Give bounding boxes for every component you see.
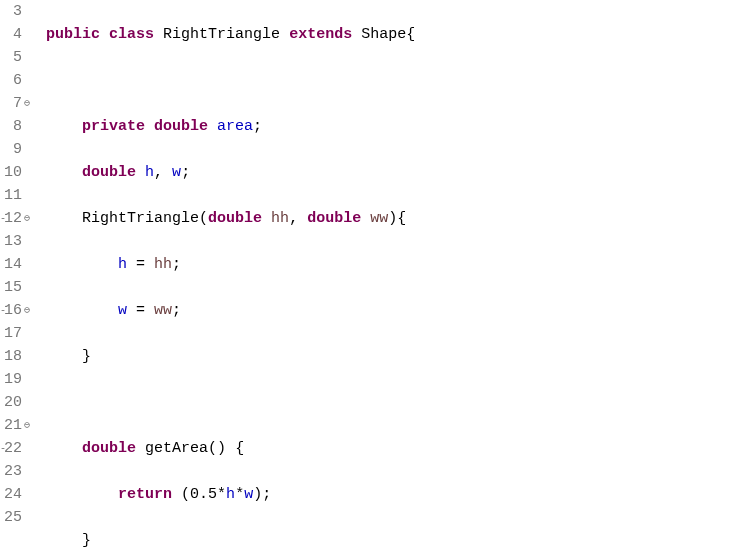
fold-toggle-icon[interactable]: ⊖ — [24, 92, 32, 115]
field-area: area — [217, 118, 253, 135]
keyword-private: private — [82, 118, 145, 135]
line-number[interactable]: 20 — [4, 391, 22, 414]
override-marker-icon: - — [0, 299, 6, 322]
line-number[interactable]: 22 — [4, 437, 22, 460]
keyword-return: return — [118, 486, 172, 503]
line-number[interactable]: 5 — [4, 46, 22, 69]
gutter-row: 24 — [4, 483, 32, 506]
line-number[interactable]: 18 — [4, 345, 22, 368]
comma: , — [289, 210, 298, 227]
line-number[interactable]: 11 — [4, 184, 22, 207]
super-class: Shape — [361, 26, 406, 43]
line-number[interactable]: 15 — [4, 276, 22, 299]
gutter-row: 7⊖ — [4, 92, 32, 115]
gutter-row: 20 — [4, 391, 32, 414]
field-h: h — [118, 256, 127, 273]
keyword-class: class — [109, 26, 154, 43]
semi: ; — [172, 302, 181, 319]
line-number[interactable]: 17 — [4, 322, 22, 345]
literal-half: 0.5 — [190, 486, 217, 503]
gutter-row: 15 — [4, 276, 32, 299]
line-number[interactable]: 24 — [4, 483, 22, 506]
star: * — [235, 486, 244, 503]
code-line: return (0.5*h*w); — [46, 483, 595, 506]
semi: ; — [181, 164, 190, 181]
fold-toggle-icon[interactable]: ⊖ — [24, 299, 32, 322]
class-name: RightTriangle — [163, 26, 280, 43]
code-line: RightTriangle(double hh, double ww){ — [46, 207, 595, 230]
gutter-row: 21⊖ — [4, 414, 32, 437]
brace: } — [82, 348, 91, 365]
constructor-name: RightTriangle — [82, 210, 199, 227]
keyword-double: double — [82, 164, 136, 181]
eq: = — [136, 302, 145, 319]
line-number[interactable]: 10 — [4, 161, 22, 184]
rparen: ) — [217, 440, 226, 457]
param-hh: hh — [271, 210, 289, 227]
param-ww: ww — [370, 210, 388, 227]
field-w: w — [118, 302, 127, 319]
param-ww: ww — [154, 302, 172, 319]
field-h: h — [145, 164, 154, 181]
code-line: private double area; — [46, 115, 595, 138]
comma: , — [154, 164, 163, 181]
line-number[interactable]: 21 — [4, 414, 22, 437]
fold-toggle-icon[interactable]: ⊖ — [24, 414, 32, 437]
line-number[interactable]: 23 — [4, 460, 22, 483]
keyword-public: public — [46, 26, 100, 43]
lparen: ( — [181, 486, 190, 503]
method-name: getArea — [145, 440, 208, 457]
line-number[interactable]: 14 — [4, 253, 22, 276]
keyword-double: double — [82, 440, 136, 457]
gutter-row: 25 — [4, 506, 32, 529]
line-number-gutter: 34567⊖891011-12⊖131415-16⊖1718192021⊖-22… — [0, 0, 38, 556]
eq: = — [136, 256, 145, 273]
gutter-row: -16⊖ — [4, 299, 32, 322]
gutter-row: -12⊖ — [4, 207, 32, 230]
fold-toggle-icon[interactable]: ⊖ — [24, 207, 32, 230]
gutter-row: 13 — [4, 230, 32, 253]
code-line — [46, 391, 595, 414]
code-editor-content[interactable]: public class RightTriangle extends Shape… — [38, 0, 603, 556]
code-line: } — [46, 345, 595, 368]
semi: ; — [253, 118, 262, 135]
line-number[interactable]: 3 — [4, 0, 22, 23]
line-number[interactable]: 9 — [4, 138, 22, 161]
gutter-row: 18 — [4, 345, 32, 368]
code-line — [46, 69, 595, 92]
override-marker-icon: - — [0, 437, 6, 460]
keyword-double: double — [307, 210, 361, 227]
field-h: h — [226, 486, 235, 503]
keyword-double: double — [208, 210, 262, 227]
star: * — [217, 486, 226, 503]
line-number[interactable]: 8 — [4, 115, 22, 138]
gutter-row: 8 — [4, 115, 32, 138]
code-line: double getArea() { — [46, 437, 595, 460]
gutter-row: 10 — [4, 161, 32, 184]
gutter-row: 17 — [4, 322, 32, 345]
rparen: ) — [388, 210, 397, 227]
line-number[interactable]: 12 — [4, 207, 22, 230]
keyword-extends: extends — [289, 26, 352, 43]
code-line: double h, w; — [46, 161, 595, 184]
brace: { — [235, 440, 244, 457]
semi: ; — [262, 486, 271, 503]
line-number[interactable]: 16 — [4, 299, 22, 322]
line-number[interactable]: 6 — [4, 69, 22, 92]
line-number[interactable]: 25 — [4, 506, 22, 529]
gutter-row: 3 — [4, 0, 32, 23]
semi: ; — [172, 256, 181, 273]
lparen: ( — [199, 210, 208, 227]
override-marker-icon: - — [0, 207, 6, 230]
code-line: w = ww; — [46, 299, 595, 322]
line-number[interactable]: 19 — [4, 368, 22, 391]
line-number[interactable]: 13 — [4, 230, 22, 253]
field-w: w — [244, 486, 253, 503]
gutter-row: -22 — [4, 437, 32, 460]
line-number[interactable]: 7 — [4, 92, 22, 115]
lparen: ( — [208, 440, 217, 457]
line-number[interactable]: 4 — [4, 23, 22, 46]
code-line: h = hh; — [46, 253, 595, 276]
brace: { — [397, 210, 406, 227]
gutter-row: 4 — [4, 23, 32, 46]
